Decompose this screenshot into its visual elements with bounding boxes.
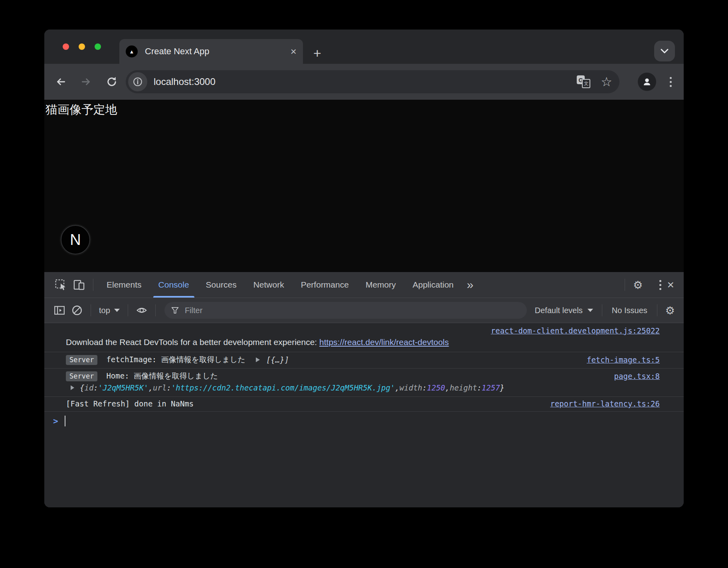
tab-console[interactable]: Console (150, 272, 198, 298)
console-filter[interactable] (164, 302, 527, 319)
issues-counter[interactable]: No Issues (607, 306, 652, 315)
object-preview[interactable]: [{…}] (266, 355, 289, 364)
traffic-lights (63, 30, 101, 64)
translate-icon[interactable]: G 文 (577, 75, 590, 88)
site-info-button[interactable] (128, 72, 147, 91)
filter-funnel-icon (171, 306, 179, 315)
browser-menu-button[interactable] (668, 75, 673, 89)
back-button[interactable] (55, 76, 67, 88)
info-icon (133, 77, 143, 87)
react-devtools-link[interactable]: https://react.dev/link/react-devtools (319, 337, 449, 347)
server-badge: Server (66, 355, 97, 365)
person-icon (642, 77, 652, 87)
console-message-fetchimage: Server fetchImage: 画像情報を取得しました [{…}] fet… (44, 352, 684, 369)
devtools-tab-bar: Elements Console Sources Network Perform… (44, 272, 684, 298)
device-toolbar-icon (73, 279, 85, 291)
message-text: [Fast Refresh] done in NaNms (66, 399, 194, 408)
browser-toolbar: localhost:3000 G 文 ☆ (44, 64, 684, 100)
gear-icon: ⚙ (633, 280, 643, 290)
console-sidebar-button[interactable] (51, 305, 68, 316)
devtools-menu-button[interactable] (658, 278, 663, 292)
nextjs-dev-indicator[interactable]: N (61, 225, 90, 254)
source-link[interactable]: report-hmr-latency.ts:26 (542, 399, 660, 408)
tab-title: Create Next App (145, 46, 209, 57)
text-caret (65, 416, 65, 426)
url-text[interactable]: localhost:3000 (154, 76, 216, 87)
new-tab-button[interactable]: + (310, 46, 324, 60)
circle-slash-icon (71, 305, 83, 316)
tab-memory[interactable]: Memory (357, 272, 404, 298)
console-prompt[interactable]: > (44, 412, 684, 430)
tab-sources[interactable]: Sources (198, 272, 245, 298)
tab-network[interactable]: Network (245, 272, 293, 298)
expand-triangle-icon[interactable] (71, 385, 74, 390)
source-link[interactable]: react-dom-client.development.js:25022 (491, 326, 660, 335)
close-window-button[interactable] (63, 43, 69, 50)
context-selector[interactable]: top (96, 306, 123, 315)
tab-search-button[interactable] (654, 41, 675, 61)
device-toolbar-button[interactable] (70, 279, 88, 291)
console-message-home: Server Home: 画像情報を取得しました page.tsx:8 {id:… (44, 369, 684, 397)
console-messages: react-dom-client.development.js:25022 Do… (44, 323, 684, 507)
devtools-close-icon[interactable]: × (663, 279, 678, 291)
nextjs-favicon-icon: ▲ (126, 45, 138, 57)
eye-icon (136, 305, 147, 316)
inspect-cursor-icon (55, 279, 67, 291)
tab-elements[interactable]: Elements (98, 272, 150, 298)
server-badge: Server (66, 371, 97, 381)
message-text: Home: 画像情報を取得しました (106, 371, 218, 381)
gear-icon: ⚙ (665, 305, 675, 316)
tab-application[interactable]: Application (404, 272, 462, 298)
chevron-down-icon (588, 309, 593, 312)
browser-tab[interactable]: ▲ Create Next App × (119, 39, 303, 64)
live-expression-button[interactable] (133, 305, 150, 316)
zoom-window-button[interactable] (95, 43, 101, 50)
sidebar-panel-icon (54, 305, 65, 316)
bookmark-star-icon[interactable]: ☆ (601, 75, 612, 88)
profile-avatar[interactable] (638, 73, 656, 91)
clear-console-button[interactable] (68, 305, 86, 316)
forward-button[interactable] (80, 76, 92, 88)
devtools-settings-button[interactable]: ⚙ (630, 280, 646, 290)
tab-strip: ▲ Create Next App × + (44, 30, 684, 64)
console-settings-button[interactable]: ⚙ (662, 305, 678, 316)
devtools-panel: Elements Console Sources Network Perform… (44, 272, 684, 507)
filter-input[interactable] (184, 306, 520, 316)
source-link[interactable]: page.tsx:8 (606, 372, 660, 381)
tab-close-icon[interactable]: × (291, 46, 297, 57)
expand-triangle-icon[interactable] (256, 357, 260, 362)
log-levels-selector[interactable]: Default levels (531, 306, 597, 315)
screen: ▲ Create Next App × + (0, 0, 728, 568)
page-viewport: 猫画像予定地 N (44, 100, 684, 272)
expanded-object: {id: 'J2qM5HR5K', url: 'https://cdn2.the… (66, 381, 660, 393)
console-message-react-devtools: react-dom-client.development.js:25022 Do… (44, 323, 684, 352)
browser-window: ▲ Create Next App × + (44, 30, 684, 507)
nextjs-logo-letter: N (70, 231, 81, 248)
address-bar[interactable]: localhost:3000 G 文 ☆ (126, 70, 619, 93)
more-tabs-icon[interactable]: » (462, 279, 478, 291)
chevron-down-icon (660, 48, 669, 54)
chevron-down-icon (114, 309, 120, 312)
console-message-fast-refresh: [Fast Refresh] done in NaNms report-hmr-… (44, 397, 684, 412)
console-toolbar: top Default l (44, 298, 684, 323)
prompt-chevron-icon: > (53, 416, 58, 426)
source-link[interactable]: fetch-image.ts:5 (579, 355, 660, 364)
minimize-window-button[interactable] (79, 43, 85, 50)
inspect-element-button[interactable] (51, 279, 70, 291)
tab-performance[interactable]: Performance (293, 272, 357, 298)
message-text: Download the React DevTools for a better… (66, 337, 319, 347)
page-heading: 猫画像予定地 (46, 102, 117, 118)
message-text: fetchImage: 画像情報を取得しました (106, 355, 245, 365)
reload-button[interactable] (106, 76, 118, 88)
